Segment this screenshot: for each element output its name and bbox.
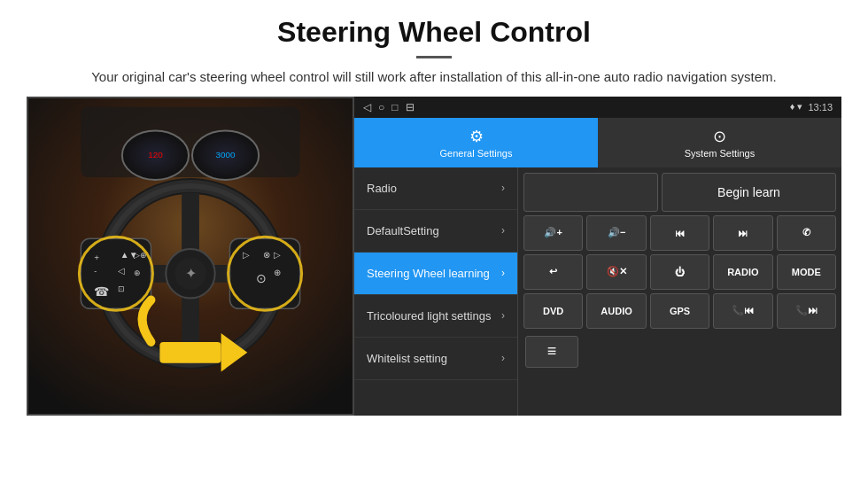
mute-icon: 🔇✕	[607, 266, 627, 277]
home-icon: ○	[378, 101, 384, 113]
radio-button[interactable]: RADIO	[713, 254, 772, 290]
system-settings-icon: ⊙	[713, 127, 726, 146]
svg-text:▷: ▷	[243, 249, 250, 259]
vol-up-icon: 🔊+	[544, 227, 562, 238]
menu-item-radio[interactable]: Radio ›	[354, 167, 517, 210]
call-icon: ✆	[802, 227, 810, 238]
svg-text:-: -	[94, 266, 97, 275]
prev-track-button[interactable]: ⏮	[650, 215, 709, 251]
whitelist-list-button[interactable]: ≡	[525, 336, 578, 368]
power-button[interactable]: ⏻	[650, 254, 709, 290]
mute-button[interactable]: 🔇✕	[586, 254, 646, 290]
svg-text:⊗: ⊗	[263, 249, 270, 259]
vol-down-icon: 🔊−	[608, 227, 625, 238]
back-button[interactable]: ↩	[523, 254, 583, 290]
chevron-icon-whitelist: ›	[501, 352, 505, 364]
menu-item-tricoloured[interactable]: Tricoloured light settings ›	[354, 295, 517, 338]
radio-label: RADIO	[727, 267, 758, 277]
prev-icon: ⏮	[675, 228, 685, 238]
general-settings-icon: ⚙	[469, 127, 484, 146]
next-track-button[interactable]: ⏭	[713, 215, 772, 251]
svg-text:⊕: ⊕	[274, 267, 281, 276]
call-button[interactable]: ✆	[777, 215, 836, 251]
chevron-icon-default: ›	[501, 224, 505, 237]
gps-label: GPS	[670, 306, 690, 316]
dvd-button[interactable]: DVD	[523, 293, 583, 329]
svg-text:▷: ▷	[274, 249, 281, 259]
menu-label-default: DefaultSetting	[367, 224, 439, 237]
call-prev-button[interactable]: 📞⏮	[713, 293, 772, 329]
tab-system[interactable]: ⊙ System Settings	[598, 118, 841, 167]
power-icon: ⏻	[675, 267, 685, 277]
tab-general[interactable]: ⚙ General Settings	[354, 118, 598, 167]
chevron-icon-radio: ›	[501, 182, 505, 194]
begin-learn-button[interactable]: Begin learn	[662, 173, 836, 212]
main-area: Radio › DefaultSetting › Steering Wheel …	[354, 167, 841, 416]
android-panel: ◁ ○ □ ⊟ ♦ ▾ 13:13 ⚙ General Settings ⊙ S…	[354, 97, 841, 416]
back-icon: ◁	[363, 101, 371, 113]
begin-learn-row: Begin learn	[523, 173, 836, 212]
call-prev-icon: 📞⏮	[732, 305, 754, 316]
menu-item-steering-wheel[interactable]: Steering Wheel learning ›	[354, 253, 517, 295]
tab-system-label: System Settings	[685, 148, 755, 159]
dvd-label: DVD	[543, 306, 563, 316]
svg-text:3000: 3000	[216, 150, 236, 160]
recents-icon: □	[391, 101, 398, 113]
gps-button[interactable]: GPS	[650, 293, 709, 329]
whitelist-icon-row: ≡	[523, 332, 836, 371]
menu-item-default-setting[interactable]: DefaultSetting ›	[354, 210, 517, 253]
controls-row-3: DVD AUDIO GPS 📞⏮ 📞⏭	[523, 293, 836, 329]
call-next-icon: 📞⏭	[795, 305, 818, 316]
page-header: Steering Wheel Control Your original car…	[0, 0, 868, 97]
svg-text:⊕: ⊕	[134, 268, 141, 276]
main-content: 120 3000 ✦ + - ☎ ▲▼ ◁	[0, 97, 868, 416]
svg-text:+: +	[94, 252, 99, 261]
call-next-button[interactable]: 📞⏭	[777, 293, 836, 329]
vol-up-button[interactable]: 🔊+	[523, 215, 583, 251]
mode-button[interactable]: MODE	[777, 254, 836, 290]
title-divider	[416, 56, 452, 58]
svg-text:☎: ☎	[94, 284, 109, 298]
status-bar: ◁ ○ □ ⊟ ♦ ▾ 13:13	[354, 97, 841, 118]
tab-general-label: General Settings	[440, 148, 513, 159]
controls-row-2: ↩ 🔇✕ ⏻ RADIO MODE	[523, 254, 836, 290]
chevron-icon-steering: ›	[501, 267, 505, 279]
svg-text:✦: ✦	[185, 265, 197, 280]
menu-label-whitelist: Whitelist setting	[367, 352, 447, 365]
chevron-icon-tricoloured: ›	[501, 309, 505, 322]
mode-label: MODE	[792, 267, 821, 277]
controls-panel: Begin learn 🔊+ 🔊− ⏮ ⏭	[518, 167, 841, 416]
menu-label-steering: Steering Wheel learning	[367, 267, 490, 280]
next-icon: ⏭	[738, 228, 748, 238]
controls-row-1: 🔊+ 🔊− ⏮ ⏭ ✆	[523, 215, 836, 251]
steering-wheel-image: 120 3000 ✦ + - ☎ ▲▼ ◁	[27, 97, 354, 416]
menu-panel: Radio › DefaultSetting › Steering Wheel …	[354, 167, 518, 416]
svg-text:⊡: ⊡	[118, 284, 125, 292]
svg-text:◁: ◁	[118, 265, 125, 275]
menu-item-whitelist[interactable]: Whitelist setting ›	[354, 338, 517, 380]
page-subtitle: Your original car's steering wheel contr…	[35, 67, 833, 88]
svg-text:⊙: ⊙	[256, 270, 267, 284]
status-bar-right: ♦ ▾ 13:13	[790, 101, 833, 113]
empty-cell	[523, 173, 658, 212]
audio-label: AUDIO	[601, 306, 632, 316]
time-display: 13:13	[808, 102, 833, 113]
svg-rect-33	[159, 341, 221, 362]
menu-label-tricoloured: Tricoloured light settings	[367, 309, 491, 323]
svg-text:120: 120	[148, 150, 163, 160]
svg-rect-1	[81, 106, 299, 176]
back-arrow-icon: ↩	[549, 266, 557, 277]
vol-down-button[interactable]: 🔊−	[586, 215, 646, 251]
signal-icon: ♦ ▾	[790, 101, 803, 113]
settings-tabs: ⚙ General Settings ⊙ System Settings	[354, 118, 841, 167]
status-bar-icons: ◁ ○ □ ⊟	[363, 101, 415, 113]
page-title: Steering Wheel Control	[35, 16, 833, 49]
audio-button[interactable]: AUDIO	[586, 293, 646, 329]
menu-label-radio: Radio	[367, 182, 397, 195]
screenshot-icon: ⊟	[406, 101, 415, 113]
list-icon: ≡	[547, 342, 557, 361]
